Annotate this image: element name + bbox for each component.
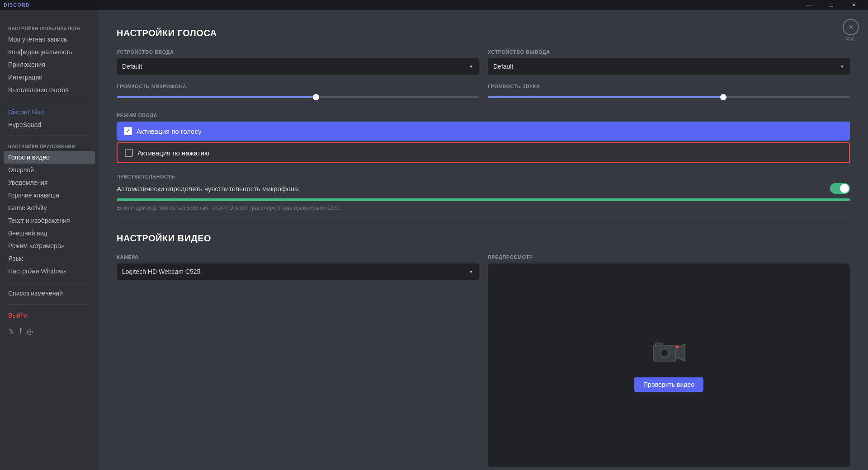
push-to-talk-option[interactable]: Активация по нажатию (117, 142, 850, 163)
camera-icon (651, 338, 687, 372)
sensitivity-bar (117, 198, 850, 201)
social-icons: 𝕏 f ◎ (4, 324, 95, 339)
facebook-icon[interactable]: f (19, 327, 21, 336)
sidebar-item-nitro[interactable]: Discord Nitro (4, 106, 95, 118)
camera-label: КАМЕРА (117, 254, 479, 260)
video-section: НАСТРОЙКИ ВИДЕО КАМЕРА Logitech HD Webca… (117, 233, 850, 467)
title-bar-left: DISCORD (4, 2, 30, 8)
push-to-talk-label: Активация по нажатию (137, 149, 209, 157)
push-to-talk-checkbox (125, 149, 133, 157)
sidebar-item-language[interactable]: Язык (4, 252, 95, 265)
check-video-button[interactable]: Проверить видео (634, 377, 703, 392)
title-bar: DISCORD — □ ✕ (0, 0, 868, 10)
sound-volume-thumb[interactable] (720, 94, 726, 100)
svg-point-5 (676, 345, 679, 348)
preview-label: ПРЕДПРОСМОТР (488, 254, 850, 260)
sensitivity-field-label: ЧУВСТВИТЕЛЬНОСТЬ (117, 174, 850, 179)
sidebar-item-changelog[interactable]: Список изменений (4, 287, 95, 300)
auto-sensitivity-row: Автоматически определять чувствительност… (117, 183, 850, 194)
mic-volume-field: ГРОМКОСТЬ МИКРОФОНА (117, 84, 479, 102)
output-device-select[interactable]: Default ▼ (488, 58, 850, 75)
sidebar-divider-4 (8, 304, 90, 305)
mic-volume-fill (117, 96, 316, 98)
sidebar: НАСТРОЙКИ ПОЛЬЗОВАТЕЛЯ Моя учётная запис… (0, 10, 99, 470)
sidebar-divider-1 (8, 101, 90, 101)
input-device-arrow: ▼ (469, 64, 473, 69)
sidebar-item-apps[interactable]: Приложения (4, 58, 95, 71)
camera-preview-box: Проверить видео (488, 263, 850, 467)
instagram-icon[interactable]: ◎ (27, 327, 33, 336)
minimize-button[interactable]: — (798, 0, 819, 10)
preview-field: ПРЕДПРОСМОТР Провер (488, 254, 850, 467)
output-device-label: УСТРОЙСТВО ВЫВОДА (488, 49, 850, 55)
camera-preview-row: КАМЕРА Logitech HD Webcam C525 ▼ ПРЕДПРО… (117, 254, 850, 467)
svg-rect-4 (656, 343, 662, 346)
sidebar-item-streamer[interactable]: Режим «стримера» (4, 240, 95, 252)
camera-arrow: ▼ (469, 269, 473, 274)
sidebar-item-account[interactable]: Моя учётная запись (4, 33, 95, 46)
esc-label: ESC (846, 37, 855, 42)
sidebar-item-privacy[interactable]: Конфиденциальность (4, 46, 95, 58)
svg-point-2 (662, 351, 667, 355)
camera-field: КАМЕРА Logitech HD Webcam C525 ▼ (117, 254, 479, 280)
sound-volume-field: ГРОМКОСТЬ ЗВУКА (488, 84, 850, 102)
device-selectors-row: УСТРОЙСТВО ВВОДА Default ▼ УСТРОЙСТВО ВЫ… (117, 49, 850, 75)
app-settings-section-label: НАСТРОЙКИ ПРИЛОЖЕНИЯ (4, 141, 95, 151)
camera-select[interactable]: Logitech HD Webcam C525 ▼ (117, 263, 479, 280)
sidebar-item-logout[interactable]: Выйти (4, 309, 95, 322)
user-settings-section-label: НАСТРОЙКИ ПОЛЬЗОВАТЕЛЯ (4, 23, 95, 33)
input-device-select[interactable]: Default ▼ (117, 58, 479, 75)
sidebar-item-appearance[interactable]: Внешний вид (4, 227, 95, 240)
voice-activation-option[interactable]: Активация по голосу (117, 122, 850, 141)
toggle-knob (840, 184, 849, 193)
input-device-field: УСТРОЙСТВО ВВОДА Default ▼ (117, 49, 479, 75)
divider-1 (117, 222, 850, 222)
title-bar-controls: — □ ✕ (798, 0, 864, 10)
video-settings-title: НАСТРОЙКИ ВИДЕО (117, 233, 850, 244)
voice-settings-title: НАСТРОЙКИ ГОЛОСА (117, 28, 850, 38)
sidebar-divider-2 (8, 136, 90, 136)
sidebar-item-billing[interactable]: Выставление счетов (4, 84, 95, 96)
mic-volume-label: ГРОМКОСТЬ МИКРОФОНА (117, 84, 479, 89)
sidebar-divider-3 (8, 282, 90, 282)
mic-volume-thumb[interactable] (313, 94, 319, 100)
input-device-value: Default (122, 63, 142, 70)
app-body: НАСТРОЙКИ ПОЛЬЗОВАТЕЛЯ Моя учётная запис… (0, 10, 868, 470)
sidebar-item-game-activity[interactable]: Game Activity (4, 202, 95, 214)
voice-activation-checkbox (124, 127, 132, 135)
output-device-value: Default (493, 63, 513, 70)
output-device-field: УСТРОЙСТВО ВЫВОДА Default ▼ (488, 49, 850, 75)
twitter-icon[interactable]: 𝕏 (8, 327, 14, 336)
sound-volume-fill (488, 96, 723, 98)
auto-sensitivity-label: Автоматически определять чувствительност… (117, 185, 300, 193)
maximize-button[interactable]: □ (821, 0, 842, 10)
input-mode-label: РЕЖИМ ВВОДА (117, 113, 850, 118)
app-name: DISCORD (4, 2, 30, 8)
sidebar-item-hypesquad[interactable]: HypeSquad (4, 118, 95, 131)
auto-sensitivity-toggle[interactable] (830, 183, 850, 194)
sidebar-item-voice[interactable]: Голос и видео (4, 151, 95, 164)
sensitivity-hint: Если индикатор полностью зелёный, значит… (117, 205, 850, 211)
sensitivity-section: ЧУВСТВИТЕЛЬНОСТЬ Автоматически определят… (117, 174, 850, 211)
sound-volume-label: ГРОМКОСТЬ ЗВУКА (488, 84, 850, 89)
sidebar-item-text-images[interactable]: Текст и изображения (4, 214, 95, 227)
slider-row: ГРОМКОСТЬ МИКРОФОНА ГРОМКОСТЬ ЗВУКА (117, 84, 850, 102)
sidebar-item-hotkeys[interactable]: Горячие клавиши (4, 189, 95, 202)
sidebar-item-integrations[interactable]: Интеграции (4, 71, 95, 84)
content-area: ✕ ESC НАСТРОЙКИ ГОЛОСА УСТРОЙСТВО ВВОДА … (99, 10, 868, 470)
mic-volume-track (117, 96, 479, 98)
window-close-button[interactable]: ✕ (844, 0, 864, 10)
input-device-label: УСТРОЙСТВО ВВОДА (117, 49, 479, 55)
sound-volume-slider[interactable] (488, 93, 850, 102)
volume-sliders-section: ГРОМКОСТЬ МИКРОФОНА ГРОМКОСТЬ ЗВУКА (117, 84, 850, 102)
settings-close-button[interactable]: ✕ (843, 19, 859, 35)
sidebar-item-notifications[interactable]: Уведомления (4, 176, 95, 189)
input-mode-section: РЕЖИМ ВВОДА Активация по голосу Активаци… (117, 113, 850, 163)
mic-volume-slider[interactable] (117, 93, 479, 102)
sidebar-item-windows[interactable]: Настройки Windows (4, 265, 95, 277)
output-device-arrow: ▼ (840, 64, 844, 69)
sidebar-item-overlay[interactable]: Оверлей (4, 164, 95, 176)
camera-value: Logitech HD Webcam C525 (122, 268, 200, 275)
voice-activation-label: Активация по голосу (137, 127, 201, 135)
sound-volume-track (488, 96, 850, 98)
